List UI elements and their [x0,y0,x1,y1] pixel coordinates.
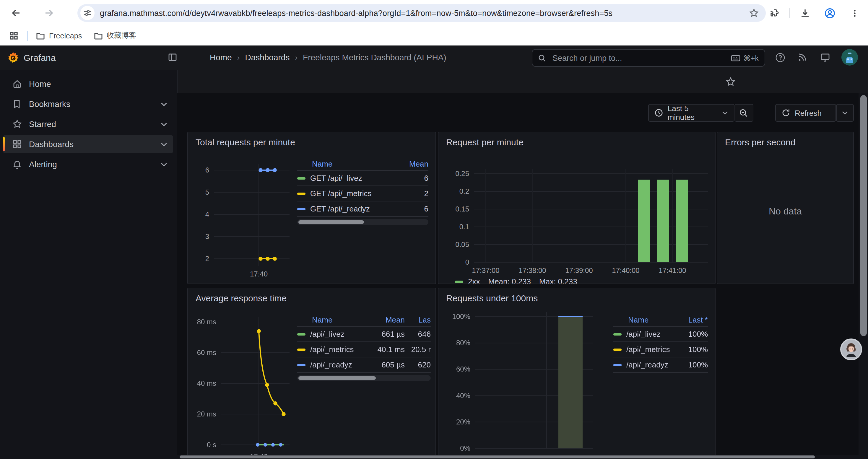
monitor-icon[interactable] [816,49,833,66]
legend-header: NameMean [297,157,428,171]
series-swatch[interactable] [297,364,306,366]
sidebar-item-label: Bookmarks [29,99,161,109]
legend-table: NameLast */api/_livez100%/api/_metrics10… [613,313,708,373]
series-swatch[interactable] [297,208,306,210]
bookmark-item-freeleaps[interactable]: Freeleaps [36,32,82,40]
series-name: /api/_readyz [626,360,678,369]
panel-total-requests[interactable]: Total requests per minute 6543217:40 Nam… [187,132,436,284]
assistant-avatar[interactable] [840,338,862,360]
svg-text:0.15: 0.15 [455,205,469,213]
refresh-button[interactable]: Refresh [775,104,836,122]
scrollbar-thumb[interactable] [860,95,867,336]
legend-row[interactable]: /api/_livez100% [613,327,708,342]
series-name: /api/_livez [310,330,368,338]
sidebar-toggle-icon[interactable] [164,49,181,66]
sidebar-item-home[interactable]: Home [3,75,173,93]
download-icon[interactable] [795,3,815,23]
series-swatch[interactable] [297,177,306,179]
apps-grid-icon [12,139,22,149]
sidebar-item-dashboards[interactable]: Dashboards [3,135,173,153]
kebab-menu-icon[interactable] [844,3,864,23]
bookmark-item-blogs[interactable]: 收藏博客 [94,31,136,41]
scrollbar-thumb[interactable] [180,455,815,458]
legend-scrollbar[interactable] [297,375,431,381]
legend-inline: 2xx Mean: 0.233 Max: 0.233 [455,277,577,284]
legend-row[interactable]: GET /api/_readyz6 [297,201,428,217]
series-swatch[interactable] [297,348,306,351]
series-swatch[interactable] [297,333,306,335]
bookmark-star-icon[interactable] [749,8,759,18]
svg-text:17:41:00: 17:41:00 [658,266,686,274]
panel-title[interactable]: Errors per second [725,137,795,147]
legend-col-mean[interactable]: Mean [368,315,405,324]
legend-col-name[interactable]: Name [297,315,368,324]
series-name[interactable]: 2xx [468,277,480,284]
forward-icon[interactable] [39,3,59,23]
sidebar-item-starred[interactable]: Starred [3,115,173,133]
search-placeholder: Search or jump to... [553,54,731,62]
series-last: 100% [678,330,708,338]
breadcrumb-home[interactable]: Home [210,53,232,62]
series-swatch[interactable] [297,192,306,195]
legend-row[interactable]: /api/_metrics40.1 ms20.5 r [297,342,431,357]
news-rss-icon[interactable] [794,49,811,66]
legend-row[interactable]: GET /api/_metrics2 [297,186,428,201]
brand-name[interactable]: Grafana [24,53,56,63]
legend-row[interactable]: /api/_readyz100% [613,357,708,373]
panel-request-per-minute[interactable]: Request per minute 0.250.20.150.10.05017… [438,132,716,284]
sidebar-item-alerting[interactable]: Alerting [3,155,173,173]
sidebar-item-bookmarks[interactable]: Bookmarks [3,95,173,113]
svg-text:60 ms: 60 ms [197,349,216,357]
chevron-down-icon[interactable] [161,122,167,126]
screen: grafana.mathmast.com/d/deytv4rwavabkb/fr… [0,0,868,459]
legend-row[interactable]: /api/_readyz605 µs620 [297,357,431,373]
legend-col-last[interactable]: Last * [678,315,708,324]
series-name: /api/_metrics [626,345,678,354]
scrollbar-thumb[interactable] [299,376,376,380]
star-outline-icon[interactable] [722,73,739,90]
legend-col-mean[interactable]: Mean [393,159,428,168]
user-avatar[interactable] [841,49,858,66]
legend-row[interactable]: /api/_metrics100% [613,342,708,357]
zoom-out-button[interactable] [735,104,753,122]
legend-row[interactable]: GET /api/_livez6 [297,171,428,186]
url-text[interactable]: grafana.mathmast.com/d/deytv4rwavabkb/fr… [100,8,749,18]
apps-grid-icon[interactable] [4,26,24,46]
url-bar[interactable]: grafana.mathmast.com/d/deytv4rwavabkb/fr… [78,4,766,22]
panel-errors-per-second[interactable]: Errors per second No data [717,132,854,284]
refresh-interval-button[interactable] [836,104,854,122]
chevron-down-icon[interactable] [161,142,167,146]
panel-requests-under-100ms[interactable]: Requests under 100ms 100%80%60%40%20%0%1… [438,288,716,459]
refresh-icon [782,109,790,117]
series-swatch[interactable] [613,364,622,366]
legend-scrollbar[interactable] [297,219,428,225]
chevron-down-icon[interactable] [161,102,167,106]
time-range-picker[interactable]: Last 5 minutes [648,104,735,122]
horizontal-scrollbar[interactable] [177,455,868,459]
extensions-icon[interactable] [765,3,785,23]
svg-text:17:40: 17:40 [250,270,268,278]
back-icon[interactable] [6,3,26,23]
svg-text:100%: 100% [452,313,470,321]
help-icon[interactable] [772,49,788,66]
home-icon [12,79,22,89]
vertical-scrollbar[interactable] [859,93,868,459]
legend-row[interactable]: /api/_livez661 µs646 [297,327,431,342]
sidebar-item-label: Dashboards [29,139,161,149]
legend-col-last[interactable]: Las [405,315,431,324]
legend-table: NameMeanGET /api/_livez6GET /api/_metric… [297,157,428,225]
chevron-down-icon[interactable] [161,162,167,166]
breadcrumb-dashboards[interactable]: Dashboards [245,53,289,62]
search-input[interactable]: Search or jump to... ⌘+k [532,49,765,67]
legend-col-name[interactable]: Name [613,315,678,324]
series-swatch[interactable] [613,348,622,351]
legend-col-name[interactable]: Name [297,159,393,168]
scrollbar-thumb[interactable] [299,220,364,224]
series-name: GET /api/_metrics [310,189,393,198]
series-swatch[interactable] [613,333,622,335]
site-settings-icon[interactable] [80,6,95,20]
svg-text:0 s: 0 s [207,441,216,449]
profile-icon[interactable] [819,3,840,23]
grafana-logo[interactable] [8,52,19,63]
panel-average-response-time[interactable]: Average response time 80 ms60 ms40 ms20 … [187,288,436,459]
